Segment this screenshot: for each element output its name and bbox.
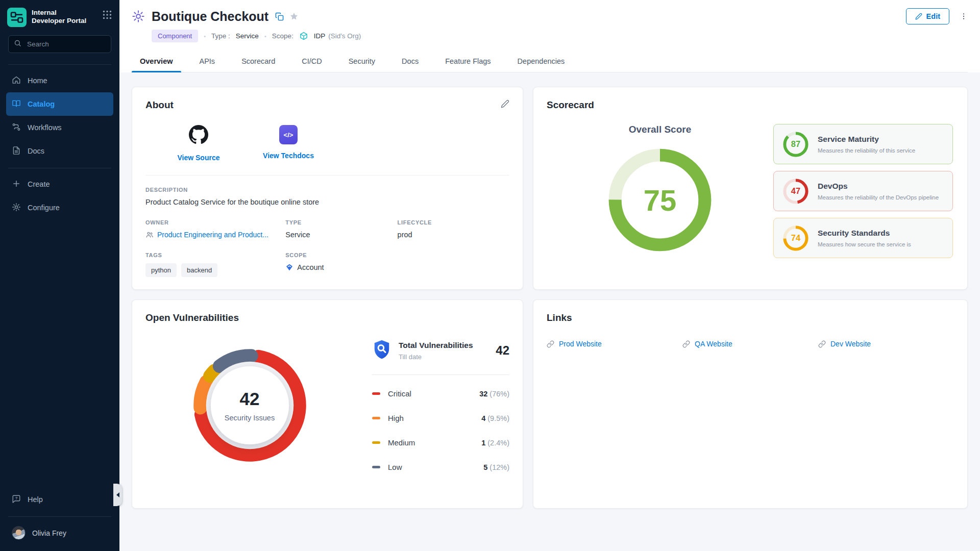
prod-website-link[interactable]: Prod Website	[547, 340, 682, 348]
scorecard-item-security-standards[interactable]: 74 Security Standards Measures how secur…	[773, 218, 953, 258]
brand-title: Internal Developer Portal	[32, 9, 86, 25]
sidebar-divider	[8, 64, 111, 65]
page-title: Boutique Checkout	[152, 9, 268, 24]
scorecard-item-service-maturity[interactable]: 87 Service Maturity Measures the reliabi…	[773, 124, 953, 164]
sidebar-item-home[interactable]: Home	[6, 69, 113, 92]
kind-badge: Component	[152, 30, 198, 42]
till-date-label: Till date	[399, 353, 473, 361]
view-source-link[interactable]: View Source	[177, 154, 219, 162]
tab-docs[interactable]: Docs	[399, 53, 422, 72]
sidebar-item-configure[interactable]: Configure	[6, 196, 113, 219]
edit-pencil-icon[interactable]	[501, 99, 509, 108]
about-title: About	[145, 99, 174, 111]
overall-score-value: 75	[644, 183, 677, 217]
severity-pct: (9.5%)	[487, 414, 509, 422]
tab-scorecard[interactable]: Scorecard	[238, 53, 278, 72]
edit-button[interactable]: Edit	[906, 8, 949, 24]
total-vulnerabilities-value: 42	[496, 343, 509, 358]
sidebar-item-label: Configure	[28, 204, 60, 212]
severity-count: 1	[481, 439, 485, 447]
search-input[interactable]	[26, 40, 106, 48]
description-label: DESCRIPTION	[145, 187, 509, 193]
severity-dash	[372, 466, 380, 468]
svg-text:?: ?	[15, 496, 18, 500]
sidebar-item-label: Create	[28, 180, 50, 188]
tab-apis[interactable]: APIs	[197, 53, 218, 72]
severity-label: Low	[388, 463, 402, 471]
sidebar-item-docs[interactable]: Docs	[6, 139, 113, 163]
total-vulnerabilities-label: Total Vulnerabilities	[399, 341, 473, 350]
owner-link[interactable]: Product Engineering and Product...	[145, 231, 285, 239]
vulnerability-donut: 42 Security Issues	[187, 343, 312, 468]
tab-feature-flags[interactable]: Feature Flags	[442, 53, 494, 72]
document-icon	[12, 146, 21, 157]
apps-grid-icon[interactable]	[102, 10, 112, 22]
sidebar-item-catalog[interactable]: Catalog	[6, 92, 113, 116]
score-value: 87	[782, 131, 810, 158]
tab-dependencies[interactable]: Dependencies	[514, 53, 568, 72]
scope-label: Scope:	[272, 32, 293, 40]
severity-dash	[372, 441, 380, 444]
scorecard-item-devops[interactable]: 47 DevOps Measures the reliability of th…	[773, 171, 953, 211]
user-menu[interactable]: Olivia Frey	[0, 521, 119, 545]
tag-chip[interactable]: backend	[181, 263, 217, 277]
severity-pct: (2.4%)	[487, 439, 509, 447]
gear-icon	[12, 203, 21, 213]
vulnerabilities-title: Open Vulnerabilities	[145, 312, 509, 323]
severity-row-critical: Critical 32(76%)	[372, 382, 509, 405]
scope-value: Account	[297, 263, 324, 271]
severity-pct: (12%)	[489, 463, 509, 471]
tab-security[interactable]: Security	[346, 53, 378, 72]
sidebar-item-workflows[interactable]: Workflows	[6, 116, 113, 139]
dev-website-link[interactable]: Dev Website	[818, 340, 954, 348]
severity-label: Medium	[388, 438, 415, 447]
type-label: Type :	[211, 32, 230, 40]
type-value: Service	[285, 231, 397, 239]
sidebar-divider	[8, 168, 111, 168]
chevron-left-icon	[116, 492, 119, 497]
techdocs-icon: </>	[279, 125, 298, 144]
kebab-menu-icon[interactable]	[960, 12, 968, 20]
links-title: Links	[547, 312, 954, 323]
sidebar-item-help[interactable]: ? Help	[6, 488, 113, 511]
score-value: 47	[782, 178, 810, 205]
sidebar-collapse-handle[interactable]	[113, 484, 122, 506]
tag-chip[interactable]: python	[145, 263, 177, 277]
package-cube-icon	[299, 32, 308, 41]
sidebar-item-create[interactable]: Create	[6, 172, 113, 196]
app-logo-icon	[7, 8, 27, 27]
score-donut: 47	[782, 178, 810, 205]
severity-label: Critical	[388, 389, 411, 398]
links-card: Links Prod Website QA	[533, 299, 968, 509]
tab-cicd[interactable]: CI/CD	[299, 53, 325, 72]
severity-pct: (76%)	[489, 390, 509, 398]
scope-value[interactable]: IDP	[314, 32, 326, 40]
sidebar-item-label: Workflows	[28, 123, 62, 132]
view-techdocs-link[interactable]: View Techdocs	[263, 152, 314, 160]
check-name: Service Maturity	[818, 135, 915, 144]
link-icon	[547, 340, 554, 348]
qa-website-link[interactable]: QA Website	[682, 340, 818, 348]
book-open-icon	[12, 99, 21, 110]
copy-icon[interactable]	[275, 12, 284, 21]
check-description: Measures the reliability of this service	[818, 147, 915, 154]
tab-overview[interactable]: Overview	[137, 53, 176, 72]
main-area: Boutique Checkout	[119, 0, 980, 551]
security-issues-label: Security Issues	[225, 414, 275, 422]
sidebar-item-label: Catalog	[28, 100, 55, 108]
scorecard-card: Scorecard Overall Score 75	[533, 87, 968, 290]
severity-count: 4	[481, 414, 485, 422]
pencil-icon	[915, 13, 922, 20]
severity-dash	[372, 417, 380, 419]
favorite-star-icon[interactable]	[289, 12, 299, 21]
type-label: TYPE	[285, 219, 397, 226]
github-icon	[189, 125, 208, 146]
home-icon	[12, 76, 21, 86]
tab-bar: Overview APIs Scorecard CI/CD Security D…	[137, 53, 968, 72]
component-gear-icon	[132, 10, 145, 23]
check-description: Measures how secure the service is	[818, 241, 911, 247]
search-box[interactable]	[8, 35, 111, 53]
severity-count: 32	[479, 390, 487, 398]
overview-content: About View Source	[119, 72, 980, 551]
lifecycle-label: LIFECYCLE	[398, 219, 509, 226]
